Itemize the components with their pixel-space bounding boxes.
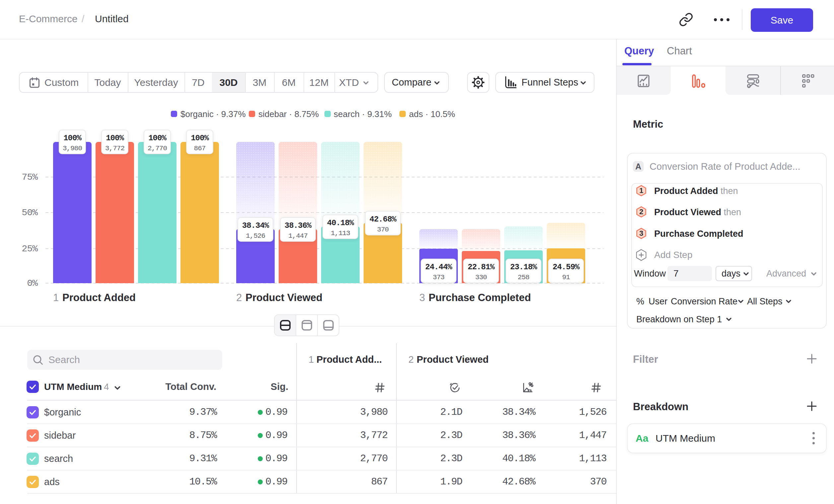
svg-text:3: 3 [639,229,643,237]
svg-text:1: 1 [639,186,643,194]
svg-text:2: 2 [639,208,643,216]
